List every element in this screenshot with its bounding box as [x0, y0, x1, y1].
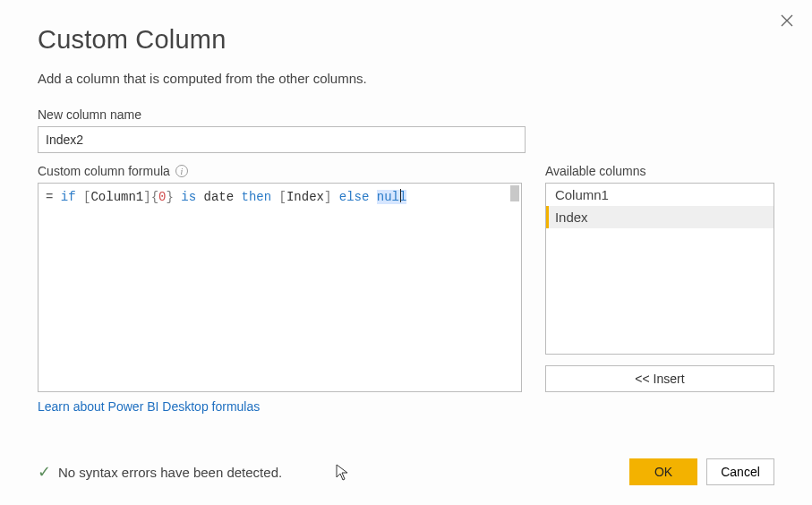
status-message: ✓ No syntax errors have been detected.	[38, 464, 282, 480]
available-columns-list: Column1 Index	[545, 183, 774, 355]
new-column-input[interactable]	[38, 126, 526, 153]
cursor-icon	[336, 464, 350, 482]
text-caret	[400, 189, 401, 202]
formula-label-text: Custom column formula	[38, 164, 170, 178]
dialog-subtitle: Add a column that is computed from the o…	[38, 71, 774, 86]
learn-more-link[interactable]: Learn about Power BI Desktop formulas	[38, 399, 260, 414]
info-icon[interactable]: i	[175, 165, 188, 177]
insert-button[interactable]: << Insert	[545, 365, 774, 392]
dialog-title: Custom Column	[38, 25, 774, 55]
status-text: No syntax errors have been detected.	[58, 465, 282, 480]
close-icon[interactable]	[778, 13, 796, 30]
available-column-item[interactable]: Column1	[546, 184, 774, 206]
cancel-button[interactable]: Cancel	[706, 458, 774, 485]
check-icon: ✓	[38, 464, 51, 480]
available-columns-label: Available columns	[545, 164, 774, 178]
formula-label: Custom column formula i	[38, 164, 522, 178]
new-column-label: New column name	[38, 107, 774, 122]
formula-editor[interactable]: = if [Column1]{0} is date then [Index] e…	[38, 183, 522, 392]
available-column-item[interactable]: Index	[546, 206, 774, 228]
scrollbar-thumb[interactable]	[510, 185, 519, 201]
ok-button[interactable]: OK	[629, 458, 697, 485]
